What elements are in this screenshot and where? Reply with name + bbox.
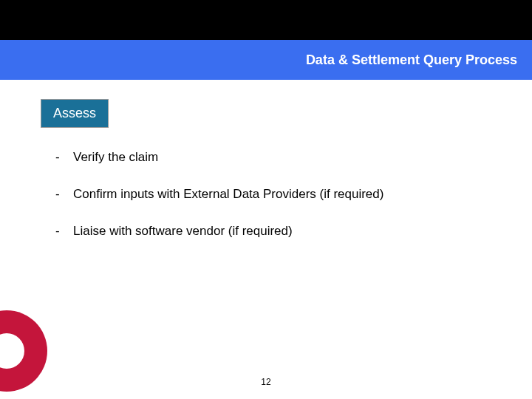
bullet-text: Verify the claim: [73, 150, 158, 165]
header-black-bar: [0, 0, 532, 40]
bullet-dash: -: [55, 224, 73, 239]
slide-title: Data & Settlement Query Process: [306, 52, 517, 68]
bullet-dash: -: [55, 150, 73, 165]
section-tag-label: Assess: [53, 106, 96, 120]
section-tag: Assess: [41, 99, 109, 128]
header-blue-bar: Data & Settlement Query Process: [0, 40, 532, 80]
page-number: 12: [261, 377, 270, 387]
bullet-dash: -: [55, 187, 73, 202]
list-item: - Verify the claim: [55, 150, 532, 165]
list-item: - Liaise with software vendor (if requir…: [55, 224, 532, 239]
list-item: - Confirm inputs with External Data Prov…: [55, 187, 532, 202]
bullet-text: Confirm inputs with External Data Provid…: [73, 187, 383, 202]
logo-icon: [0, 310, 47, 392]
bullet-text: Liaise with software vendor (if required…: [73, 224, 293, 239]
bullet-list: - Verify the claim - Confirm inputs with…: [55, 150, 532, 239]
